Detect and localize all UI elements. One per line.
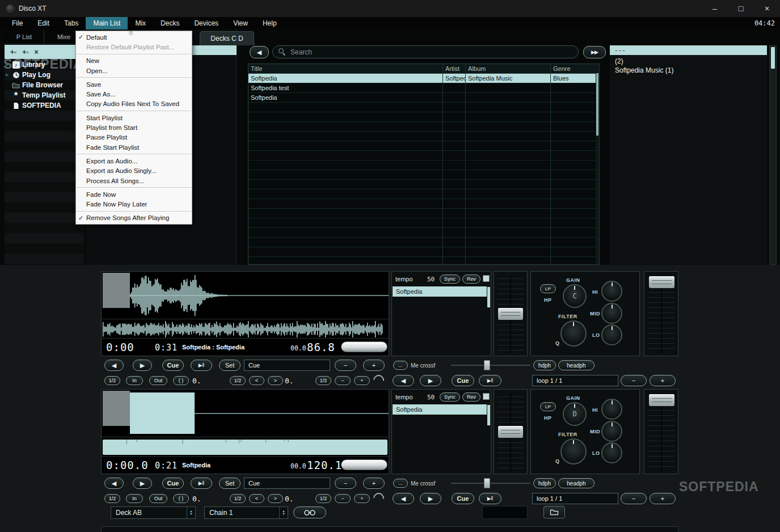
deck-d-gain-knob[interactable]: D <box>563 402 587 426</box>
deck-d-nudge-right-button[interactable]: > <box>268 494 283 503</box>
deck-d-rev-button[interactable]: Rev <box>462 392 480 402</box>
deck-d-cue-name-field[interactable]: Cue <box>244 478 330 489</box>
deck-c-color-tag[interactable] <box>483 275 490 282</box>
deck-c-headph-button[interactable]: headph <box>558 360 595 370</box>
deck-d-waveform-overview[interactable] <box>102 438 389 457</box>
deck-d-set-button[interactable]: Set <box>219 478 241 489</box>
deck-d-more-button[interactable]: ... <box>393 479 408 488</box>
deck-d-hi-knob[interactable] <box>601 399 622 420</box>
deck-c-waveform-overview[interactable] <box>102 320 389 339</box>
menu-item-fade-start-playlist[interactable]: Fade Start Playlist <box>76 142 192 152</box>
chain-select[interactable]: Chain 1 ▲▼ <box>204 506 288 519</box>
link-decks-button[interactable] <box>293 506 326 518</box>
deck-c-filter-knob[interactable] <box>560 320 587 347</box>
menu-item-process-all-songs[interactable]: Process All Songs... <box>76 176 192 185</box>
menu-devices[interactable]: Devices <box>187 17 226 29</box>
menu-item-playlist-from-start[interactable]: Playlist from Start <box>76 123 192 132</box>
search-input[interactable]: Search <box>272 45 579 58</box>
deck-c-prev-button[interactable]: ◀ <box>104 360 124 371</box>
deck-c-crossfade-slider[interactable] <box>451 360 530 370</box>
deck-c-lp-button[interactable]: LP <box>540 284 556 293</box>
deck-c-loop-in-button[interactable]: In <box>126 376 143 385</box>
deck-d-lo-knob[interactable] <box>601 442 622 463</box>
deck-d-loop-half-button[interactable]: 1/2 <box>104 494 120 503</box>
deck-d-tempo-half-button[interactable]: 1/2 <box>315 494 331 503</box>
deck-c-hp-label[interactable]: HP <box>544 297 552 303</box>
deck-c-cue-half-button[interactable]: 1/2 <box>230 376 246 385</box>
deck-d-mid-knob[interactable] <box>601 421 622 442</box>
deck-c-crossfade-handle[interactable] <box>484 360 490 370</box>
deck-d-cue-button[interactable]: Cue <box>162 478 184 489</box>
deck-c-cue-name-field[interactable]: Cue <box>244 360 330 371</box>
folder-button[interactable] <box>543 506 565 518</box>
deck-d-color-tag[interactable] <box>483 393 490 400</box>
deck-d-crossfade-slider[interactable] <box>451 478 530 488</box>
group-item-count[interactable]: (2) <box>615 57 623 65</box>
deck-d-loop-paren-button[interactable]: ( ) <box>173 494 189 503</box>
deck-c-loop-minus-button[interactable]: − <box>621 375 647 386</box>
menu-file[interactable]: File <box>5 17 30 29</box>
deck-d-next-button[interactable]: ▶ <box>133 478 152 489</box>
sidebar-item-library[interactable]: ▶♪Library <box>5 60 84 70</box>
menu-item-new[interactable]: New <box>76 56 192 66</box>
deck-d-track-list-scrollbar[interactable] <box>487 405 490 425</box>
group-item-album[interactable]: Softpedia Music (1) <box>615 66 673 74</box>
deck-c-gain-knob[interactable]: C <box>563 284 587 308</box>
deck-c-next-button[interactable]: ▶ <box>133 360 152 371</box>
deck-d-filter-knob[interactable] <box>560 438 587 465</box>
deck-d-prev-button-2[interactable]: ◀ <box>393 493 414 504</box>
deck-c-tempo-plus-button[interactable]: + <box>354 376 370 385</box>
deck-d-loaded-track[interactable]: Softpedia <box>393 404 487 415</box>
menu-item-pause-playlist[interactable]: Pause Playlist <box>76 133 192 142</box>
deck-c-prev-button-2[interactable]: ◀ <box>393 375 414 386</box>
sidebar-item-softpedia[interactable]: SOFTPEDIA <box>5 100 84 111</box>
menu-tabs[interactable]: Tabs <box>57 17 86 29</box>
deck-c-hi-knob[interactable] <box>601 281 622 302</box>
column-header-title[interactable]: Title <box>248 64 443 74</box>
panel-scrollbar-thumb[interactable] <box>771 47 775 69</box>
deck-d-waveform-display[interactable] <box>102 390 389 437</box>
browser-forward-button[interactable]: ▶▶ <box>583 46 606 58</box>
deck-c-minus-button[interactable]: − <box>335 360 356 371</box>
menu-mix[interactable]: Mix <box>128 17 153 29</box>
deck-c-nudge-left-button[interactable]: < <box>249 376 264 385</box>
deck-c-channel-fader[interactable] <box>498 308 523 320</box>
stepper-arrows-icon[interactable]: ▲▼ <box>279 507 288 518</box>
deck-d-channel-fader[interactable] <box>498 426 523 438</box>
menu-item-export-as-audio-singly[interactable]: Export as Audio Singly... <box>76 166 192 176</box>
deck-c-tempo-minus-button[interactable]: − <box>335 376 351 385</box>
deck-d-cue-half-button[interactable]: 1/2 <box>230 494 246 503</box>
add-playlist-icon[interactable]: +▫ <box>10 48 16 56</box>
table-scrollbar-thumb[interactable] <box>596 73 598 136</box>
track-row[interactable]: Softpedia test <box>248 83 596 93</box>
deck-d-sync-button[interactable]: Sync <box>440 392 460 402</box>
deck-c-loop-plus-button[interactable]: + <box>650 375 676 386</box>
menu-edit[interactable]: Edit <box>30 17 57 29</box>
deck-c-set-button[interactable]: Set <box>219 360 241 371</box>
deck-d-hp-label[interactable]: HP <box>544 415 552 421</box>
deck-d-minus-button[interactable]: − <box>335 478 356 489</box>
sidebar-item-play-log[interactable]: ▶Play Log <box>5 70 84 80</box>
deck-c-nudge-right-button[interactable]: > <box>268 376 283 385</box>
menu-item-copy-audio-files-next-to-saved[interactable]: Copy Audio Files Next To Saved <box>76 99 192 109</box>
deck-c-track-list-scrollbar[interactable] <box>487 287 490 307</box>
delete-icon[interactable]: × <box>35 48 39 56</box>
deck-d-cue-button-2[interactable]: Cue <box>452 493 474 504</box>
sidebar-tab-p-list[interactable]: P List <box>5 29 44 44</box>
deck-d-monitor-fader[interactable] <box>649 394 674 406</box>
deck-d-loop-in-button[interactable]: In <box>126 494 143 503</box>
menu-item-open[interactable]: Open... <box>76 66 192 75</box>
menu-item-default[interactable]: ✓Default <box>76 32 192 42</box>
deck-c-hdph-button[interactable]: hdph <box>533 360 556 370</box>
deck-c-more-button[interactable]: ... <box>393 361 408 370</box>
track-row[interactable]: SoftpediaSoftpediaSoftpedia MusicBlues <box>248 74 596 83</box>
deck-c-waveform-display[interactable] <box>102 272 389 319</box>
deck-d-loop-plus-button[interactable]: + <box>650 493 676 504</box>
column-header-genre[interactable]: Genre <box>551 64 596 74</box>
deck-d-hdph-button[interactable]: hdph <box>533 478 556 488</box>
stepper-arrows-icon[interactable]: ▲▼ <box>187 507 195 518</box>
deck-c-loop-out-button[interactable]: Out <box>149 376 167 385</box>
deck-d-prev-button[interactable]: ◀ <box>104 478 124 489</box>
panel-scrollbar[interactable] <box>769 45 777 265</box>
deck-d-lp-button[interactable]: LP <box>540 402 556 411</box>
